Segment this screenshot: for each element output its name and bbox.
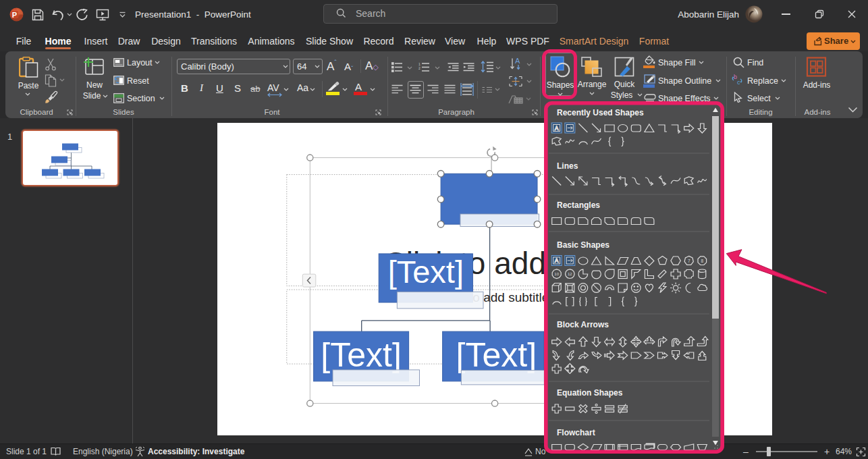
svg-text:A: A xyxy=(515,57,520,65)
svg-text:Flowchart: Flowchart xyxy=(557,428,595,437)
svg-text:Lines: Lines xyxy=(557,161,578,171)
svg-text:Equation Shapes: Equation Shapes xyxy=(557,388,623,398)
svg-text:c: c xyxy=(737,79,740,86)
svg-text:Block Arrows: Block Arrows xyxy=(557,320,609,329)
svg-text:[Text]: [Text] xyxy=(456,336,536,374)
svg-text:Rectangles: Rectangles xyxy=(557,200,600,210)
svg-text:Basic Shapes: Basic Shapes xyxy=(557,240,609,250)
svg-text:2: 2 xyxy=(418,66,421,70)
svg-text:[Text]: [Text] xyxy=(321,336,401,374)
svg-text:[Text]: [Text] xyxy=(387,254,463,290)
svg-text:Recently Used Shapes: Recently Used Shapes xyxy=(557,108,644,117)
